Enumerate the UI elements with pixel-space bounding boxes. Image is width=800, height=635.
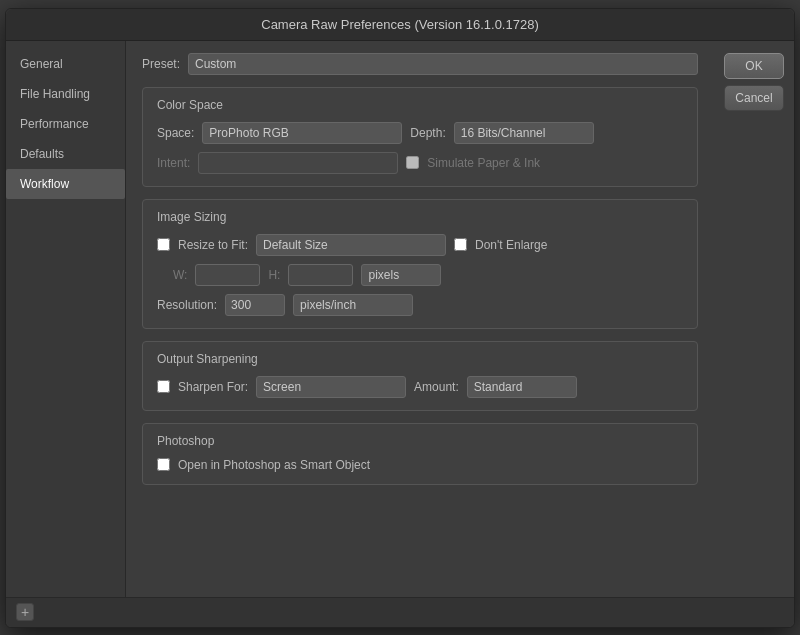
smart-object-row: Open in Photoshop as Smart Object: [157, 458, 683, 472]
resolution-row: Resolution: pixels/inch pixels/cm: [157, 294, 683, 316]
amount-label: Amount:: [414, 380, 459, 394]
space-row: Space: ProPhoto RGB Depth: 16 Bits/Chann…: [157, 122, 683, 144]
sidebar-item-general[interactable]: General: [6, 49, 125, 79]
resize-checkbox[interactable]: [157, 238, 170, 251]
sidebar-item-workflow[interactable]: Workflow: [6, 169, 125, 199]
intent-row: Intent: Simulate Paper & Ink: [157, 152, 683, 174]
bottom-strip: +: [6, 597, 794, 627]
intent-select: [198, 152, 398, 174]
sharpen-label: Sharpen For:: [178, 380, 248, 394]
dont-enlarge-checkbox[interactable]: [454, 238, 467, 251]
simulate-label: Simulate Paper & Ink: [427, 156, 540, 170]
simulate-checkbox: [406, 156, 419, 169]
smart-object-label: Open in Photoshop as Smart Object: [178, 458, 370, 472]
preset-select[interactable]: Custom: [188, 53, 698, 75]
sharpen-row: Sharpen For: Screen Matte Paper Glossy P…: [157, 376, 683, 398]
resolution-label: Resolution:: [157, 298, 217, 312]
title-bar: Camera Raw Preferences (Version 16.1.0.1…: [6, 9, 794, 41]
h-label: H:: [268, 268, 280, 282]
res-unit-select[interactable]: pixels/inch pixels/cm: [293, 294, 413, 316]
resolution-input[interactable]: [225, 294, 285, 316]
resize-label: Resize to Fit:: [178, 238, 248, 252]
cancel-button[interactable]: Cancel: [724, 85, 784, 111]
wh-row: W: H: pixels: [157, 264, 683, 286]
sharpen-select[interactable]: Screen Matte Paper Glossy Paper: [256, 376, 406, 398]
output-sharpening-title: Output Sharpening: [157, 352, 683, 366]
space-label: Space:: [157, 126, 194, 140]
image-sizing-section: Image Sizing Resize to Fit: Default Size…: [142, 199, 698, 329]
sidebar: General File Handling Performance Defaul…: [6, 41, 126, 597]
depth-label: Depth:: [410, 126, 445, 140]
dialog: Camera Raw Preferences (Version 16.1.0.1…: [5, 8, 795, 628]
output-sharpening-section: Output Sharpening Sharpen For: Screen Ma…: [142, 341, 698, 411]
image-sizing-title: Image Sizing: [157, 210, 683, 224]
photoshop-title: Photoshop: [157, 434, 683, 448]
amount-select[interactable]: Standard Low High: [467, 376, 577, 398]
sidebar-item-performance[interactable]: Performance: [6, 109, 125, 139]
preset-row: Preset: Custom: [142, 53, 698, 75]
sharpen-checkbox[interactable]: [157, 380, 170, 393]
w-label: W:: [173, 268, 187, 282]
main-content: Preset: Custom Color Space Space: ProPho…: [126, 41, 714, 597]
h-input: [288, 264, 353, 286]
dont-enlarge-label: Don't Enlarge: [475, 238, 547, 252]
space-select[interactable]: ProPhoto RGB: [202, 122, 402, 144]
intent-label: Intent:: [157, 156, 190, 170]
resize-row: Resize to Fit: Default Size Don't Enlarg…: [157, 234, 683, 256]
smart-object-checkbox[interactable]: [157, 458, 170, 471]
pixels-select[interactable]: pixels: [361, 264, 441, 286]
color-space-title: Color Space: [157, 98, 683, 112]
dialog-body: General File Handling Performance Defaul…: [6, 41, 794, 597]
preset-label: Preset:: [142, 57, 180, 71]
dialog-title: Camera Raw Preferences (Version 16.1.0.1…: [261, 17, 538, 32]
sidebar-item-file-handling[interactable]: File Handling: [6, 79, 125, 109]
w-input: [195, 264, 260, 286]
right-panel: OK Cancel: [714, 41, 794, 597]
add-button[interactable]: +: [16, 603, 34, 621]
color-space-section: Color Space Space: ProPhoto RGB Depth: 1…: [142, 87, 698, 187]
ok-button[interactable]: OK: [724, 53, 784, 79]
dialog-wrapper: Camera Raw Preferences (Version 16.1.0.1…: [0, 0, 800, 635]
photoshop-section: Photoshop Open in Photoshop as Smart Obj…: [142, 423, 698, 485]
depth-select[interactable]: 16 Bits/Channel: [454, 122, 594, 144]
resize-select[interactable]: Default Size: [256, 234, 446, 256]
sidebar-item-defaults[interactable]: Defaults: [6, 139, 125, 169]
